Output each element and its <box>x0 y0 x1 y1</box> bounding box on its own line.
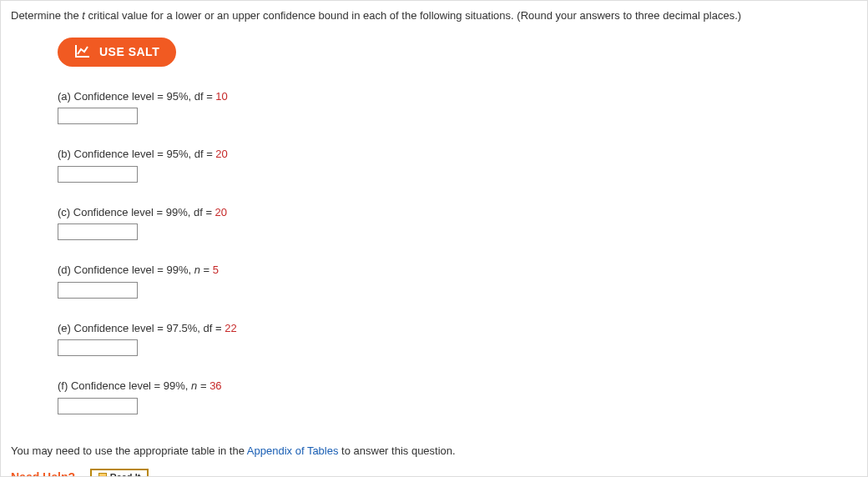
part-f-value: 36 <box>209 379 221 392</box>
read-it-label: Read It <box>110 472 141 478</box>
prompt-suffix: critical value for a lower or an upper c… <box>85 9 741 22</box>
part-c-value: 20 <box>215 206 227 218</box>
part-e-input[interactable] <box>58 339 138 356</box>
part-d: (d) Confidence level = 99%, n = 5 <box>58 262 857 299</box>
part-a-input[interactable] <box>58 108 138 124</box>
part-b-label: (b) Confidence level = 95%, df = 20 <box>58 146 857 163</box>
read-it-button[interactable]: Read It <box>90 469 149 478</box>
part-b-input[interactable] <box>58 166 138 183</box>
part-f-label: (f) Confidence level = 99%, n = 36 <box>58 378 857 394</box>
need-help-label: Need Help? <box>11 470 75 478</box>
part-c: (c) Confidence level = 99%, df = 20 <box>58 204 857 241</box>
part-d-value: 5 <box>213 264 219 276</box>
prompt-prefix: Determine the <box>11 9 82 22</box>
part-f-input[interactable] <box>58 398 138 414</box>
appendix-link[interactable]: Appendix of Tables <box>247 444 339 457</box>
part-c-label: (c) Confidence level = 99%, df = 20 <box>58 204 857 221</box>
use-salt-button[interactable]: USE SALT <box>58 38 176 67</box>
part-d-input[interactable] <box>58 282 138 299</box>
part-b-value: 20 <box>215 148 227 160</box>
chart-icon <box>74 44 99 60</box>
part-c-input[interactable] <box>58 223 138 240</box>
part-a-value: 10 <box>215 90 227 103</box>
use-salt-label: USE SALT <box>99 45 159 58</box>
part-e-value: 22 <box>225 322 236 334</box>
part-e: (e) Confidence level = 97.5%, df = 22 <box>58 320 857 357</box>
appendix-note: You may need to use the appropriate tabl… <box>11 444 857 457</box>
part-a: (a) Confidence level = 95%, df = 10 <box>58 88 857 125</box>
question-prompt: Determine the t critical value for a low… <box>11 8 857 24</box>
part-a-label: (a) Confidence level = 95%, df = 10 <box>58 88 857 105</box>
part-f: (f) Confidence level = 99%, n = 36 <box>58 378 857 414</box>
book-icon <box>98 473 107 478</box>
part-b: (b) Confidence level = 95%, df = 20 <box>58 146 857 183</box>
part-d-label: (d) Confidence level = 99%, n = 5 <box>58 262 857 279</box>
part-e-label: (e) Confidence level = 97.5%, df = 22 <box>58 320 857 337</box>
